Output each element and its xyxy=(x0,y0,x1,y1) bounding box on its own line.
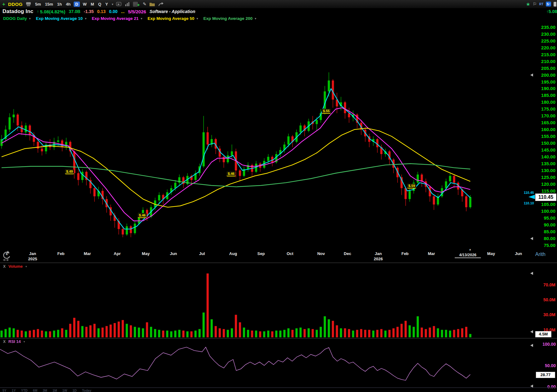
quote-ellipsis[interactable]: ... xyxy=(121,9,125,14)
add-symbol-icon[interactable]: + xyxy=(2,2,5,7)
symbol-label[interactable]: DDOG xyxy=(8,2,23,7)
draw-pencil-icon[interactable]: ✎ xyxy=(143,2,146,7)
chevron-down-icon[interactable]: ▾ xyxy=(196,17,198,20)
volume-panel-title[interactable]: Volume xyxy=(8,264,23,269)
clipped-edge-icon xyxy=(554,2,556,7)
chart-reset-icon[interactable] xyxy=(1,249,12,262)
timeframe-dropdown-icon[interactable]: ▾ xyxy=(112,2,113,6)
svg-text:145.00: 145.00 xyxy=(541,147,555,153)
date-tick-mar: Mar xyxy=(77,251,97,256)
rsi-axis[interactable]: 100.0050.000.00 xyxy=(530,342,556,389)
legend-item-3[interactable]: Exp Moving Average 50 xyxy=(148,16,195,21)
last-price-tag: 110.45 xyxy=(535,194,556,201)
indicator-grid-icon[interactable] xyxy=(133,2,140,7)
price-axis[interactable]: 235.00230.00225.00220.00215.00210.00205.… xyxy=(530,25,555,248)
main-toolbar: + DDOG 5m15m1h4hDWMQY ▾ ✎ xyxy=(0,0,557,8)
svg-text:180.00: 180.00 xyxy=(541,99,555,105)
timeframe-button-1h[interactable]: 1h xyxy=(56,2,63,7)
svg-text:80.00: 80.00 xyxy=(544,236,555,241)
chevron-down-icon[interactable]: ▾ xyxy=(29,17,31,20)
svg-text:125.00: 125.00 xyxy=(541,175,555,180)
date-tick-dec: Dec xyxy=(338,251,357,256)
legend-item-0[interactable]: DDOG Daily xyxy=(3,16,27,21)
last-bar-marker-icon: ▲ xyxy=(469,248,472,251)
earnings-marker[interactable]: $.59 xyxy=(407,184,416,189)
chevron-down-icon[interactable]: ▾ xyxy=(25,265,27,268)
timeframe-button-W[interactable]: W xyxy=(82,2,88,7)
timeframe-button-5m[interactable]: 5m xyxy=(34,2,42,7)
stamp-icon[interactable] xyxy=(25,2,31,7)
chart-style-icon[interactable] xyxy=(116,2,122,7)
timeframe-button-Y[interactable]: Y xyxy=(104,2,109,7)
quote-value-1: -1.35 xyxy=(84,9,94,14)
svg-text:210.00: 210.00 xyxy=(541,59,555,64)
range-1y[interactable]: 1Y xyxy=(12,389,16,392)
quote-value-3: 0.00 xyxy=(109,9,117,14)
svg-text:90.00: 90.00 xyxy=(544,222,555,227)
axis-marker-icon xyxy=(530,272,533,275)
volume-axis[interactable]: 70.0M50.0M30.0M10.0M xyxy=(530,272,555,333)
svg-text:160.00: 160.00 xyxy=(541,127,555,132)
legend-item-1[interactable]: Exp Moving Average 10 xyxy=(36,16,83,21)
chevron-down-icon: ▾ xyxy=(549,3,550,5)
volume-close-button[interactable]: X xyxy=(3,264,6,269)
range-1d[interactable]: 1D xyxy=(72,389,76,392)
up-arrow-icon: ↑ xyxy=(37,9,39,14)
legend-item-2[interactable]: Exp Moving Average 21 xyxy=(92,16,139,21)
svg-text:235.00: 235.00 xyxy=(541,25,555,30)
flag-icon[interactable]: ⚐ xyxy=(533,2,537,7)
svg-text:50.0M: 50.0M xyxy=(543,297,555,302)
earnings-marker[interactable]: $.46 xyxy=(138,213,147,218)
timeframe-group: 5m15m1h4hDWMQY xyxy=(34,2,109,7)
range-5y[interactable]: 5Y xyxy=(2,389,7,392)
svg-text:75.00: 75.00 xyxy=(544,243,555,248)
panel-separator[interactable] xyxy=(0,338,557,339)
earnings-marker[interactable]: $.49 xyxy=(65,169,74,174)
compare-bars-icon[interactable] xyxy=(125,2,130,7)
range-3m[interactable]: 3M xyxy=(43,389,47,392)
timeframe-button-D[interactable]: D xyxy=(74,2,80,7)
timeframe-button-Q[interactable]: Q xyxy=(97,2,102,7)
chevron-down-icon[interactable]: ▾ xyxy=(85,17,86,20)
chevron-down-icon[interactable]: ▾ xyxy=(141,17,142,20)
range-ytd[interactable]: YTD xyxy=(21,389,28,392)
date-axis[interactable]: cJan2025FebMarAprMayJunJulAugSepOctNovDe… xyxy=(0,248,528,263)
timeframe-button-4h[interactable]: 4h xyxy=(65,2,71,7)
svg-text:175.00: 175.00 xyxy=(541,106,555,112)
date-tick-oct: Oct xyxy=(280,251,300,256)
share-arrow-icon[interactable] xyxy=(158,2,164,7)
range-1w[interactable]: 1W xyxy=(62,389,67,392)
chevron-down-icon[interactable]: ▾ xyxy=(255,17,256,20)
chart-canvas[interactable]: 235.00230.00225.00220.00215.00210.00205.… xyxy=(0,0,557,392)
stream-source-button[interactable]: S▾ xyxy=(546,2,551,7)
svg-text:120.00: 120.00 xyxy=(541,181,555,187)
legend-item-4[interactable]: Exp Moving Average 200 xyxy=(203,16,252,21)
chevron-down-icon[interactable]: ▾ xyxy=(24,340,25,343)
folder-icon[interactable] xyxy=(149,2,155,7)
earnings-marker[interactable]: $.46 xyxy=(227,171,236,176)
rsi-panel-title[interactable]: RSI 14 xyxy=(8,339,21,344)
rsi-panel-header: X RSI 14 ▾ xyxy=(3,339,25,344)
svg-text:100.00: 100.00 xyxy=(541,208,555,214)
ask-price-label: 110.45 xyxy=(512,191,534,194)
favorite-star-icon[interactable]: ★ xyxy=(526,1,530,7)
svg-text:140.00: 140.00 xyxy=(541,154,555,159)
range-6m[interactable]: 6M xyxy=(33,389,38,392)
range-today[interactable]: Today xyxy=(82,389,91,392)
date-tick-mar: Mar xyxy=(421,251,441,256)
date-tick-year: 2025 xyxy=(23,257,43,261)
rsi-close-button[interactable]: X xyxy=(3,340,6,344)
svg-text:130.00: 130.00 xyxy=(541,168,555,173)
axis-scale-label[interactable]: Arith xyxy=(535,252,545,257)
earnings-date: 5/5/2026 xyxy=(128,9,146,14)
date-tick-year: 2026 xyxy=(368,257,388,261)
earnings-marker[interactable]: $.55 xyxy=(322,109,331,114)
timeframe-button-M[interactable]: M xyxy=(90,2,95,7)
svg-text:195.00: 195.00 xyxy=(541,79,555,84)
svg-text:150.00: 150.00 xyxy=(541,140,555,146)
svg-text:220.00: 220.00 xyxy=(541,45,555,50)
range-1m[interactable]: 1M xyxy=(53,389,57,392)
rsi-line xyxy=(0,347,470,381)
quote-change-right: 5.08 xyxy=(549,9,557,14)
timeframe-button-15m[interactable]: 15m xyxy=(44,2,54,7)
